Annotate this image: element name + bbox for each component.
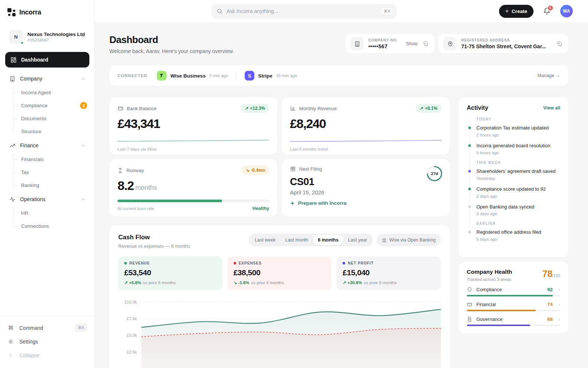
operations-subtree: HR Connections [13, 207, 89, 233]
stat-change: ↗ +6.8% [124, 280, 141, 285]
building-icon [9, 76, 16, 82]
settings-button[interactable]: Settings [7, 335, 87, 348]
manage-integrations-link[interactable]: Manage → [538, 73, 560, 78]
search-input[interactable] [227, 8, 377, 14]
activity-item[interactable]: Corporation Tax estimate updated 2 hours… [476, 125, 560, 137]
view-all-link[interactable]: View all [543, 105, 560, 111]
health-row-link[interactable]: Financial 74 › [467, 302, 560, 307]
stat-change: ↘ -1.6% [234, 280, 250, 285]
integration-stripe[interactable]: S Stripe 15 min ago [245, 71, 297, 80]
cash-flow-title-block: Cash Flow Revenue vs expenses — 6 months [118, 234, 190, 249]
page-header: Dashboard Welcome back, Aarav. Here's yo… [109, 34, 568, 54]
sidebar-item-compliance[interactable]: Compliance 3 [13, 99, 89, 112]
activity-item-time: 2 hours ago [476, 133, 560, 137]
activity-title: Activity [467, 105, 488, 111]
wise-logo-icon [157, 71, 166, 80]
metric-cards: Bank Balance ↗ +12.3% £43,341 Last 7 day… [109, 97, 450, 217]
sidebar-item-label: Compliance [21, 103, 47, 108]
hourglass-icon [118, 168, 123, 173]
registered-address-card: REGISTERED ADDRESS 71-75 Shelton Street,… [438, 34, 568, 53]
address-label: REGISTERED ADDRESS [461, 38, 546, 42]
expenses-stat: EXPENSES £38,500 ↘ -1.6%vs prior 6 month… [228, 256, 332, 290]
activity-item[interactable]: Compliance score updated to 92 2 days ag… [476, 186, 560, 198]
sidebar-section-company[interactable]: Company [5, 71, 89, 86]
global-search[interactable]: ⌘K [211, 4, 397, 19]
activity-item-title: Registered office address filed [476, 229, 560, 236]
sidebar-item-label: Dashboard [21, 57, 48, 63]
cash-flow-subtitle: Revenue vs expenses — 6 months [118, 244, 190, 249]
health-subtitle: Tracked across 3 areas [467, 277, 512, 282]
activity-dot [468, 231, 471, 233]
sidebar-section-label: Finance [20, 142, 39, 148]
tab-last-month[interactable]: Last month [280, 235, 313, 245]
company-number-card: COMPANY NO. •••••567 Show [345, 34, 435, 53]
health-row-compliance: Compliance 92 › [467, 287, 560, 296]
company-selector[interactable]: N Nexus Technologies Ltd #15234567 [5, 27, 89, 47]
command-menu-button[interactable]: ⌘ Command ⌘K [7, 321, 87, 335]
company-initial: N [14, 34, 17, 40]
tab-last-week[interactable]: Last week [250, 235, 280, 245]
monthly-revenue-card: Monthly Revenue ↗ +8.1% £8,240 Last 6 mo… [282, 97, 450, 155]
sidebar-section-finance[interactable]: Finance [5, 138, 89, 153]
health-row-score: 68 [547, 316, 552, 322]
create-button[interactable]: + Create [499, 5, 534, 18]
tab-last-year[interactable]: Last year [343, 235, 372, 245]
sidebar-item-incorra-agent[interactable]: Incorra Agent [13, 86, 89, 99]
runway-progress-bar [118, 200, 269, 202]
search-kbd: ⌘K [381, 7, 393, 15]
user-avatar[interactable]: WA [560, 5, 573, 17]
stat-label: EXPENSES [239, 261, 262, 265]
change-badge: ↗ +12.3% [241, 104, 269, 113]
activity-dot [468, 206, 471, 208]
collapse-sidebar-button[interactable]: Collapse [7, 348, 87, 362]
timeline-group-label: EARLIER [476, 221, 560, 226]
sidebar-item-label: Tax [21, 170, 29, 175]
time-range-tabs: Last week Last month 6 months Last year [249, 234, 373, 246]
sidebar-nav: Dashboard Company Incorra Agent Complian… [0, 52, 95, 316]
tab-6-months[interactable]: 6 months [313, 235, 343, 245]
activity-item-time: 2 days ago [476, 194, 560, 198]
activity-item[interactable]: Shareholders’ agreement draft saved Yest… [476, 168, 560, 181]
cash-flow-chart: £10.0k £7.5k £5.0k £2.5k [118, 298, 441, 368]
settings-label: Settings [19, 339, 38, 345]
sparkle-icon [290, 201, 295, 206]
sidebar-item-documents[interactable]: Documents [13, 112, 89, 125]
activity-item[interactable]: Registered office address filed 5 days a… [476, 229, 560, 242]
map-pin-icon [443, 37, 457, 50]
health-row-link[interactable]: Compliance 92 › [467, 287, 560, 292]
integration-wise[interactable]: Wise Business 2 min ago [157, 71, 228, 80]
sidebar-item-financials[interactable]: Financials [13, 153, 89, 166]
compliance-count-badge: 3 [80, 102, 87, 109]
company-avatar: N [9, 30, 23, 44]
sidebar-item-structure[interactable]: Structure [13, 125, 89, 138]
sidebar-item-connections[interactable]: Connections [13, 220, 89, 233]
company-no-value: •••••567 [368, 43, 398, 49]
show-company-no-button[interactable]: Show [406, 41, 417, 46]
sidebar-item-tax[interactable]: Tax [13, 166, 89, 179]
cash-flow-stats: REVENUE £53,540 ↗ +6.8%vs prior 6 months… [118, 256, 441, 290]
stat-value: £38,500 [234, 268, 326, 277]
activity-item-title: Shareholders’ agreement draft saved [476, 168, 560, 175]
sidebar-item-banking[interactable]: Banking [13, 179, 89, 192]
copy-icon[interactable] [556, 40, 563, 47]
health-score-max: /100 [552, 273, 560, 278]
company-no-label: COMPANY NO. [368, 38, 398, 42]
health-bar-fill [467, 310, 536, 311]
activity-item[interactable]: Incorra generated board resolution 5 hou… [476, 143, 560, 155]
notifications-button[interactable]: 5 [543, 7, 551, 15]
sparkline [290, 135, 442, 144]
runway-card: Runway ↘ -0.4mo 8.2months At current bur… [109, 159, 277, 217]
health-row-link[interactable]: Governance 68 › [467, 316, 560, 322]
sidebar-section-operations[interactable]: Operations [5, 192, 89, 207]
company-number: #15234567 [27, 38, 76, 42]
health-bar [467, 310, 560, 311]
prepare-with-incorra-link[interactable]: Prepare with Incorra [290, 200, 442, 206]
metric-value: £43,341 [118, 116, 269, 131]
activity-item-time: 5 days ago [476, 237, 560, 242]
health-row-label: Compliance [476, 287, 502, 292]
sidebar-item-dashboard[interactable]: Dashboard [5, 52, 89, 68]
copy-icon[interactable] [422, 40, 429, 47]
search-icon [217, 8, 223, 14]
activity-item[interactable]: Open Banking data synced 3 days ago [476, 204, 560, 216]
sidebar-item-hr[interactable]: HR [13, 207, 89, 220]
